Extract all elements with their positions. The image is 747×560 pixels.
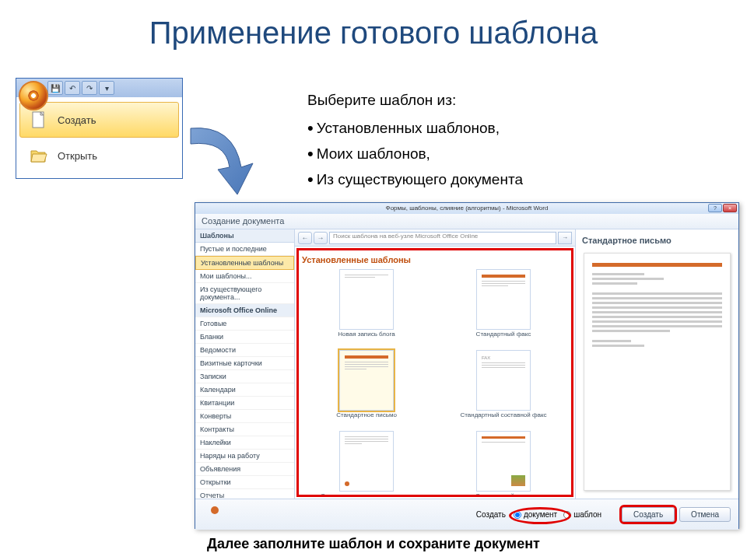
sidebar-item[interactable]: Наряды на работу	[195, 450, 294, 463]
sidebar-item[interactable]: Наклейки	[195, 436, 294, 450]
preview-panel: Стандартное письмо	[575, 229, 738, 499]
office-menu: 💾 ↶ ↷ ▾ Создать Открыть	[16, 78, 183, 179]
preview-document	[584, 253, 731, 491]
create-button[interactable]: Создать	[622, 507, 675, 522]
sidebar-item[interactable]: Бланки	[195, 331, 294, 344]
sidebar-item[interactable]: Конверты	[195, 410, 294, 423]
dialog-toolbar: ← → Поиск шаблона на веб-узле Microsoft …	[295, 229, 575, 247]
template-label: Стандартный составной факс	[460, 412, 546, 426]
menu-item-label: Создать	[58, 114, 96, 126]
back-button[interactable]: ←	[298, 232, 312, 244]
dialog-footer: Создать документ шаблон Создать Отмена	[195, 499, 738, 530]
redo-icon[interactable]: ↷	[82, 81, 97, 95]
sidebar-item[interactable]: Готовые	[195, 317, 294, 331]
help-button[interactable]: ?	[708, 204, 722, 212]
template-item[interactable]: FAXСтандартный составной факс	[439, 350, 568, 426]
instruction-item: Установленных шаблонов,	[307, 115, 523, 141]
sidebar-item[interactable]: Квитанции	[195, 397, 294, 410]
undo-icon[interactable]: ↶	[65, 81, 80, 95]
templates-panel: Установленные шаблоны Новая запись блога…	[296, 248, 573, 497]
sidebar-item[interactable]: Объявления	[195, 463, 294, 476]
sidebar-item[interactable]: Контракты	[195, 423, 294, 436]
instructions-heading: Выберите шаблон из:	[307, 89, 523, 112]
sidebar-item-online[interactable]: Microsoft Office Online	[195, 304, 294, 317]
qat-dropdown-icon[interactable]: ▾	[99, 81, 114, 95]
menu-item-open[interactable]: Открыть	[19, 138, 179, 173]
office-button[interactable]	[19, 81, 48, 110]
template-label: Стандартное составное письмо	[321, 493, 412, 497]
open-folder-icon	[28, 145, 50, 166]
radio-document[interactable]: документ	[514, 510, 557, 519]
forward-button[interactable]: →	[314, 232, 328, 244]
template-item[interactable]: Стандартный факс	[439, 269, 568, 345]
bottom-instruction: Далее заполните шаблон и сохраните докум…	[0, 536, 747, 552]
dialog-header: Создание документа	[195, 214, 738, 229]
dialog-titlebar: Формы, шаблоны, слияние (алгоритмы) - Mi…	[195, 203, 738, 214]
instruction-item: Моих шаблонов,	[307, 141, 523, 166]
template-label: Стандартное письмо	[336, 412, 397, 426]
sidebar-item[interactable]: Записки	[195, 370, 294, 383]
sidebar-item[interactable]: Открытки	[195, 476, 294, 489]
sidebar-item[interactable]: Календари	[195, 383, 294, 397]
save-icon[interactable]: 💾	[47, 81, 63, 95]
sidebar-item[interactable]: Мои шаблоны...	[195, 270, 294, 283]
new-document-icon	[28, 109, 50, 131]
radio-template[interactable]: шаблон	[563, 510, 601, 519]
sidebar-item[interactable]: Визитные карточки	[195, 357, 294, 370]
menu-item-create[interactable]: Создать	[19, 102, 179, 138]
sidebar-item[interactable]: Отчеты	[195, 489, 294, 499]
dialog-sidebar: Шаблоны Пустые и последние Установленные…	[195, 229, 295, 499]
section-title: Установленные шаблоны	[302, 254, 568, 269]
template-label: Стандартный факс	[476, 331, 531, 345]
template-item[interactable]: Стандартный отчет	[439, 431, 568, 497]
dialog-main: ← → Поиск шаблона на веб-узле Microsoft …	[295, 229, 575, 499]
footer-label: Создать	[476, 510, 506, 519]
instruction-item: Из существующего документа	[307, 166, 523, 192]
close-button[interactable]: ×	[723, 204, 737, 212]
template-item[interactable]: Новая запись блога	[302, 269, 431, 345]
sidebar-item-installed[interactable]: Установленные шаблоны	[195, 256, 294, 270]
arrow-icon	[179, 117, 272, 210]
template-item-selected[interactable]: Стандартное письмо	[302, 350, 431, 426]
search-input[interactable]: Поиск шаблона на веб-узле Microsoft Offi…	[329, 232, 556, 244]
template-item[interactable]: Стандартное составное письмо	[302, 431, 431, 497]
instructions: Выберите шаблон из: Установленных шаблон…	[307, 89, 523, 192]
preview-title: Стандартное письмо	[579, 233, 735, 248]
template-label: Новая запись блога	[338, 331, 395, 345]
sidebar-item[interactable]: Из существующего документа...	[195, 283, 294, 304]
slide-title: Применение готового шаблона	[0, 0, 747, 66]
new-document-dialog: Формы, шаблоны, слияние (алгоритмы) - Mi…	[195, 202, 739, 529]
menu-item-label: Открыть	[58, 150, 97, 162]
sidebar-item[interactable]: Ведомости	[195, 344, 294, 357]
sidebar-item[interactable]: Пустые и последние	[195, 243, 294, 256]
sidebar-heading: Шаблоны	[195, 229, 294, 243]
cancel-button[interactable]: Отмена	[679, 507, 731, 522]
footer-radios: документ шаблон	[514, 510, 601, 519]
go-button[interactable]: →	[558, 232, 572, 244]
office-menu-body: Создать Открыть	[16, 97, 182, 178]
template-label: Стандартный отчет	[475, 493, 531, 497]
app-title: Формы, шаблоны, слияние (алгоритмы) - Mi…	[386, 205, 549, 212]
